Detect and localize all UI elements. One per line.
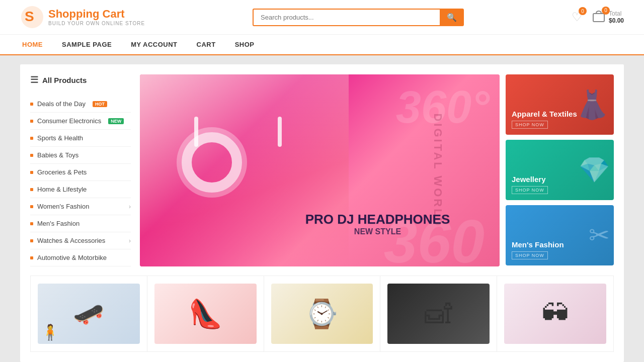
product-card-watch[interactable]: ⌚ xyxy=(264,276,381,351)
sidebar-item-watches[interactable]: Watches & Accessories › xyxy=(30,232,131,249)
heels-icon: 👠 xyxy=(188,298,223,330)
sidebar-dot xyxy=(30,256,33,259)
sidebar-item-deals[interactable]: Deals of the Day HOT xyxy=(30,96,131,113)
nav-sample-page[interactable]: SAMPLE PAGE xyxy=(60,35,114,55)
sidebar-item-mens[interactable]: Men's Fashion xyxy=(30,215,131,232)
svg-rect-2 xyxy=(593,14,604,22)
logo[interactable]: S Shopping Cart BUILD YOUR OWN ONLINE ST… xyxy=(20,5,145,29)
sidebar-dot xyxy=(30,239,33,242)
nav-my-account[interactable]: MY ACCOUNT xyxy=(129,35,179,55)
banner-area: 360° DIGITAL WORLD 360 PRO DJ HEADPHONES… xyxy=(140,74,614,266)
header-icons: ♡ 0 0 Total $0.00 xyxy=(572,10,624,25)
logo-title: Shopping Cart xyxy=(48,8,145,20)
wishlist-button[interactable]: ♡ 0 xyxy=(572,10,583,24)
chevron-right-icon: › xyxy=(129,237,131,244)
sidebar-item-womens[interactable]: Women's Fashion › xyxy=(30,198,131,215)
sidebar-item-automotive[interactable]: Automotive & Motorbike xyxy=(30,249,131,266)
mens-deco-icon: ✂ xyxy=(589,221,610,250)
hot-badge: HOT xyxy=(93,101,107,107)
sidebar-dot xyxy=(30,103,33,106)
person-icon: 🧍 xyxy=(41,323,59,341)
headphone-graphic xyxy=(182,132,242,193)
sidebar-dot xyxy=(30,188,33,191)
product-card-heels[interactable]: 👠 xyxy=(147,276,264,351)
watch-icon: ⌚ xyxy=(304,298,339,330)
main-content: ☰ All Products Deals of the Day HOT Cons… xyxy=(20,64,624,362)
logo-subtitle: BUILD YOUR OWN ONLINE STORE xyxy=(48,21,145,26)
product-image-skater: 🛹 🧍 xyxy=(38,284,140,344)
cart-total-label: Total xyxy=(609,10,624,17)
sidebar-item-babies[interactable]: Babies & Toys xyxy=(30,147,131,164)
skater-icon: 🛹 xyxy=(73,299,104,328)
glasses-icon: 🕶 xyxy=(541,298,569,330)
apparel-deco-icon: 👗 xyxy=(575,88,610,121)
sidebar-item-groceries[interactable]: Groceries & Pets xyxy=(30,164,131,181)
sidebar-dot xyxy=(30,222,33,225)
sidebar-dot xyxy=(30,154,33,157)
logo-icon: S xyxy=(20,5,44,29)
sidebar-item-sports[interactable]: Sports & Health xyxy=(30,130,131,147)
right-banners: Apparel & Textiles SHOP NOW 👗 Jewellery … xyxy=(506,74,614,266)
banner-subline: NEW STYLE xyxy=(305,227,450,236)
product-image-glasses: 🕶 xyxy=(504,284,606,344)
search-input[interactable] xyxy=(253,9,440,26)
mini-banner-jewellery[interactable]: Jewellery SHOP NOW 💎 xyxy=(506,140,614,200)
shop-now-jewellery[interactable]: SHOP NOW xyxy=(512,186,548,194)
nav-cart[interactable]: CART xyxy=(195,35,218,55)
sidebar-dot xyxy=(30,120,33,123)
nav-home[interactable]: HOME xyxy=(20,35,45,55)
product-image-watch: ⌚ xyxy=(271,284,373,344)
cart-total-amount: $0.00 xyxy=(609,17,624,24)
site-header: S Shopping Cart BUILD YOUR OWN ONLINE ST… xyxy=(0,0,644,35)
cart-button[interactable]: 0 Total $0.00 xyxy=(592,10,624,25)
product-row: 🛹 🧍 👠 ⌚ 🛋 🕶 xyxy=(30,276,614,352)
nav-shop[interactable]: SHOP xyxy=(233,35,257,55)
search-button[interactable]: 🔍 xyxy=(440,9,464,26)
main-nav: HOME SAMPLE PAGE MY ACCOUNT CART SHOP xyxy=(0,35,644,55)
product-image-heels: 👠 xyxy=(154,284,257,344)
new-badge: NEW xyxy=(108,118,124,124)
svg-text:S: S xyxy=(25,9,34,24)
wishlist-badge: 0 xyxy=(579,7,587,15)
main-banner[interactable]: 360° DIGITAL WORLD 360 PRO DJ HEADPHONES… xyxy=(140,74,500,266)
sidebar-title: ☰ All Products xyxy=(30,74,131,88)
sofa-icon: 🛋 xyxy=(425,298,452,330)
sidebar-dot xyxy=(30,171,33,174)
cart-badge: 0 xyxy=(602,7,610,15)
banner-text: PRO DJ HEADPHONES NEW STYLE xyxy=(305,212,450,236)
sidebar-item-home[interactable]: Home & Lifestyle xyxy=(30,181,131,198)
chevron-right-icon: › xyxy=(129,203,131,210)
mini-banner-mens[interactable]: Men's Fashion SHOP NOW ✂ xyxy=(506,205,614,265)
mini-banner-apparel[interactable]: Apparel & Textiles SHOP NOW 👗 xyxy=(506,74,614,135)
jewellery-deco-icon: 💎 xyxy=(579,155,610,185)
shop-now-apparel[interactable]: SHOP NOW xyxy=(512,121,548,129)
sidebar-item-electronics[interactable]: Consumer Electronics NEW xyxy=(30,113,131,130)
product-card-glasses[interactable]: 🕶 xyxy=(497,276,613,351)
search-area: 🔍 xyxy=(253,9,464,26)
product-card-sofa[interactable]: 🛋 xyxy=(380,276,497,351)
menu-icon: ☰ xyxy=(30,74,38,85)
banner-headline: PRO DJ HEADPHONES xyxy=(305,212,450,227)
sidebar-list: Deals of the Day HOT Consumer Electronic… xyxy=(30,96,131,266)
product-grid-area: ☰ All Products Deals of the Day HOT Cons… xyxy=(30,74,614,266)
product-image-sofa: 🛋 xyxy=(387,284,490,344)
sidebar-dot xyxy=(30,205,33,208)
sidebar: ☰ All Products Deals of the Day HOT Cons… xyxy=(30,74,131,266)
banner-photo-area xyxy=(140,74,349,266)
product-card-skater[interactable]: 🛹 🧍 xyxy=(31,276,147,351)
sidebar-dot xyxy=(30,137,33,140)
shop-now-mens[interactable]: SHOP NOW xyxy=(512,251,548,259)
